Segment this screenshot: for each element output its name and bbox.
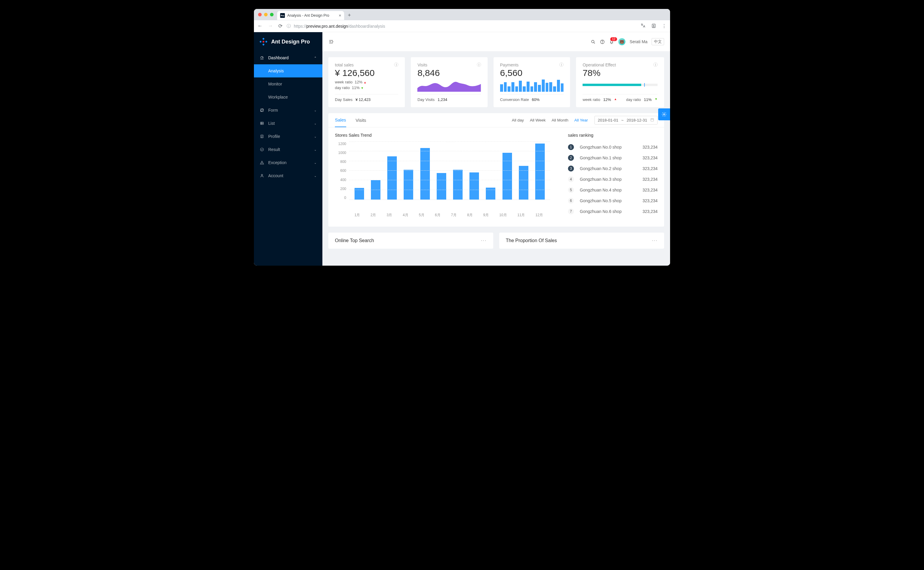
y-tick: 200 [340,187,346,191]
brand-logo[interactable]: Ant Design Pro [254,32,323,51]
card-title: Online Top Search [335,238,374,243]
username[interactable]: Serati Ma [630,39,647,44]
sidebar-group-form[interactable]: Form⌄ [254,104,323,117]
bar-5月[interactable] [420,148,430,199]
tab-visits[interactable]: Visits [356,113,366,127]
info-icon[interactable]: i [394,63,398,67]
profile-icon [260,134,265,138]
sidebar-group-list[interactable]: List⌄ [254,117,323,130]
kebab-menu-icon[interactable]: ⋮ [662,23,667,29]
mini-area-chart [418,78,481,92]
help-icon[interactable] [600,39,605,44]
caret-down-icon: ▼ [361,86,364,90]
minimize-window-button[interactable] [264,13,268,16]
svg-rect-2 [262,38,264,40]
sidebar-label: Analysis [268,69,284,73]
rank-number: 1 [568,144,574,150]
stat-card-0: total salesi¥ 126,560week ratio 12% ▲day… [328,57,405,107]
language-switch[interactable]: 中文 [652,38,664,45]
card-more-button[interactable]: ··· [652,238,658,243]
rank-item[interactable]: 4Gongzhuan No.3 shop323,234 [568,174,658,185]
close-tab-icon[interactable]: × [339,13,341,18]
profile-icon[interactable] [651,23,656,29]
rank-value: 323,234 [643,198,658,203]
avatar[interactable]: 🐻 [618,38,626,45]
rank-item[interactable]: 5Gongzhuan No.4 shop323,234 [568,185,658,195]
x-tick: 5月 [419,213,424,218]
mini-bar-chart [500,78,563,92]
forward-button[interactable]: → [268,23,273,29]
rank-item[interactable]: 6Gongzhuan No.5 shop323,234 [568,195,658,206]
info-icon[interactable]: i [559,63,563,67]
x-tick: 2月 [370,213,376,218]
sidebar-item-monitor[interactable]: Monitor [254,77,323,90]
bar-9月[interactable] [486,188,495,199]
bar-8月[interactable] [470,172,479,199]
ratio-value: 12% [355,80,362,84]
search-icon[interactable] [591,39,596,44]
gear-icon [661,112,667,117]
stat-value: 6,560 [500,68,563,78]
sidebar-group-exception[interactable]: Exception⌄ [254,156,323,169]
y-tick: 0 [344,196,346,200]
date-separator: ~ [621,118,624,123]
browser-tab[interactable]: Pro Analysis - Ant Design Pro × [277,11,344,20]
rank-value: 323,234 [643,155,658,160]
notifications-button[interactable]: 12 [609,39,614,44]
rank-item[interactable]: 1Gongzhuan No.0 shop323,234 [568,142,658,152]
settings-drawer-button[interactable] [658,109,670,120]
info-icon[interactable]: i [477,63,481,67]
svg-point-12 [262,174,263,176]
range-all-year[interactable]: All Year [574,118,588,123]
range-all-day[interactable]: All day [512,118,524,123]
stat-foot-label: Conversion Rate [500,97,529,102]
bar-6月[interactable] [437,173,446,199]
sidebar-group-dashboard[interactable]: Dashboard⌃ [254,51,323,64]
address-bar[interactable]: ⓘ https://preview.pro.ant.design/dashboa… [287,23,636,29]
rank-item[interactable]: 3Gongzhuan No.2 shop323,234 [568,163,658,174]
ratio-label: day ratio [335,86,350,90]
site-info-icon[interactable]: ⓘ [287,23,291,29]
y-tick: 1200 [338,142,346,146]
ranking-title: sales ranking [568,133,658,138]
account-icon [260,174,265,178]
back-button[interactable]: ← [257,23,263,29]
sidebar-group-result[interactable]: Result⌄ [254,143,323,156]
bar-10月[interactable] [502,153,512,199]
stat-title: total sales [335,63,353,67]
translate-icon[interactable] [640,23,646,29]
x-tick: 11月 [517,213,525,218]
sidebar-item-analysis[interactable]: Analysis [254,64,323,77]
x-tick: 8月 [467,213,473,218]
ratio-label: week ratio [335,80,352,84]
new-tab-button[interactable]: + [348,12,351,18]
url: https://preview.pro.ant.design/dashboard… [294,24,385,29]
sidebar-group-profile[interactable]: Profile⌄ [254,130,323,143]
x-tick: 6月 [435,213,441,218]
range-all-month[interactable]: All Month [552,118,568,123]
bar-7月[interactable] [453,170,463,199]
sales-proportion-card: The Proportion Of Sales ··· [499,233,664,249]
menu-fold-icon[interactable] [328,39,334,44]
rank-item[interactable]: 7Gongzhuan No.6 shop323,234 [568,206,658,217]
range-all-week[interactable]: All Week [530,118,546,123]
browser-toolbar: ← → ⟳ ⓘ https://preview.pro.ant.design/d… [254,20,670,32]
svg-point-6 [263,41,264,43]
maximize-window-button[interactable] [270,13,274,16]
card-more-button[interactable]: ··· [481,238,487,243]
bar-2月[interactable] [371,180,381,199]
sidebar-group-account[interactable]: Account⌄ [254,169,323,182]
rank-item[interactable]: 2Gongzhuan No.1 shop323,234 [568,152,658,163]
bar-11月[interactable] [519,166,528,199]
bar-12月[interactable] [535,144,545,199]
date-range-picker[interactable]: 2018-01-01 ~ 2018-12-31 [595,116,658,124]
sidebar-label: Profile [268,134,280,139]
bar-3月[interactable] [387,156,397,200]
sidebar-item-workplace[interactable]: Workplace [254,90,323,104]
tab-sales[interactable]: Sales [335,113,346,127]
close-window-button[interactable] [258,13,262,16]
reload-button[interactable]: ⟳ [278,23,283,29]
info-icon[interactable]: i [653,63,658,67]
stat-foot-value: ¥ 12,423 [355,97,370,102]
bar-4月[interactable] [404,170,413,199]
